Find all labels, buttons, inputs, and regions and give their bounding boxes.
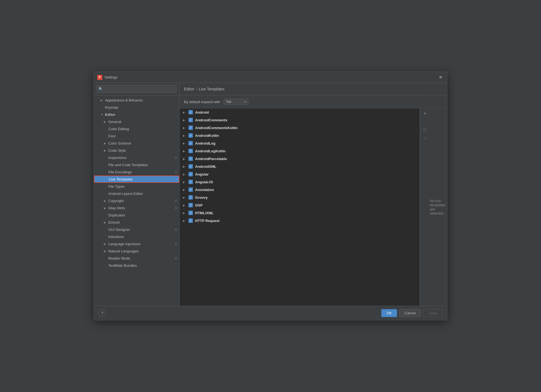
expand-with-dropdown[interactable]: Tab Space Enter [224,99,248,105]
list-item[interactable]: ▶ ✓ GSP [180,201,420,209]
sidebar-item-reader-mode[interactable]: Reader Mode ⊞ [94,255,179,262]
sidebar-item-keymap[interactable]: Keymap [94,104,179,111]
template-checkbox[interactable]: ✓ [188,218,193,223]
sidebar-item-android-layout-editor[interactable]: Android Layout Editor [94,190,179,197]
sidebar-item-file-code-templates[interactable]: File and Code Templates [94,161,179,168]
list-item[interactable]: ▶ ✓ HTML/XML [180,209,420,217]
settings-icon: ⊞ [175,228,177,231]
expand-icon: ▶ [183,142,187,145]
list-item[interactable]: ▶ ✓ AndroidLogKotlin [180,147,420,155]
search-icon: 🔍 [99,87,103,91]
expand-icon: ▶ [183,111,187,114]
template-name: Groovy [195,195,208,200]
list-item[interactable]: ▶ ✓ AndroidComments [180,116,420,124]
list-item[interactable]: ▶ ✓ HTTP Request [180,217,420,224]
list-item[interactable]: ▶ ✓ Groovy [180,194,420,201]
list-item[interactable]: ▶ ✓ Angular [180,170,420,178]
sidebar-item-appearance[interactable]: ▶ Appearance & Behavior [94,96,179,104]
sidebar-item-color-scheme[interactable]: ▶ Color Scheme [94,140,179,147]
expand-icon: ▶ [183,188,187,191]
template-checkbox[interactable]: ✓ [188,110,193,114]
template-checkbox[interactable]: ✓ [188,141,193,145]
template-checkbox[interactable]: ✓ [188,118,193,122]
settings-tree: ▶ Appearance & Behavior Keymap ▼ Editor [94,95,179,306]
expand-icon: ▶ [104,250,107,253]
sidebar-item-editor[interactable]: ▼ Editor [94,111,179,118]
template-checkbox[interactable]: ✓ [188,203,193,207]
list-item[interactable]: ▶ ✓ AndroidXML [180,163,420,170]
list-item[interactable]: ▶ ✓ AndroidLog [180,139,420,147]
cancel-button[interactable]: Cancel [399,309,421,317]
sidebar-item-emmet[interactable]: ▶ Emmet [94,219,179,226]
breadcrumb: Editor › Live Templates [184,87,224,91]
template-actions: + − ↺ [420,108,430,306]
sidebar-item-copyright[interactable]: ▶ Copyright ⊞ [94,197,179,204]
list-item[interactable]: ▶ ✓ AndroidParcelable [180,155,420,163]
sidebar-item-duplicates[interactable]: Duplicates [94,211,179,219]
expand-icon: ▶ [183,211,187,215]
template-name: AndroidXML [195,164,216,169]
settings-icon: ⊞ [175,156,177,160]
help-button[interactable]: ? [98,309,106,317]
template-checkbox[interactable]: ✓ [188,164,193,169]
remove-template-button[interactable]: − [421,118,429,126]
sidebar-item-language-injections[interactable]: ▶ Language Injections ⊞ [94,240,179,247]
settings-sidebar: 🔍 ▶ Appearance & Behavior Keymap [94,83,180,306]
template-name: AngularJS [195,180,213,184]
template-name: AndroidCommentsKotlin [195,126,238,130]
sidebar-item-live-templates[interactable]: Live Templates [94,176,179,183]
expand-icon: ▶ [104,199,107,202]
search-input[interactable] [97,85,177,93]
sidebar-item-inlay-hints[interactable]: ▶ Inlay Hints ⊞ [94,204,179,211]
template-checkbox[interactable]: ✓ [188,211,193,215]
expand-icon: ▶ [183,219,187,222]
sidebar-item-intentions[interactable]: Intentions [94,233,179,240]
expand-with-label: By default expand with [184,100,220,104]
sidebar-item-font[interactable]: Font [94,132,179,140]
sidebar-item-general[interactable]: ▶ General [94,118,179,125]
template-checkbox[interactable]: ✓ [188,187,193,192]
reset-template-button[interactable]: ↺ [421,134,429,142]
list-item[interactable]: ▶ ✓ AndroidKotlin [180,132,420,139]
apply-button[interactable]: Apply [423,309,443,317]
breadcrumb-current: Live Templates [199,87,224,91]
list-item[interactable]: ▶ ✓ AndroidCommentsKotlin [180,124,420,132]
template-name: AndroidKotlin [195,134,219,138]
no-selection-text: No live templates are selected [430,199,447,215]
sidebar-item-code-editing[interactable]: Code Editing [94,125,179,132]
template-checkbox[interactable]: ✓ [188,180,193,184]
sidebar-item-code-style[interactable]: ▶ Code Style [94,147,179,154]
forward-button[interactable]: → [436,86,443,92]
template-checkbox[interactable]: ✓ [188,195,193,200]
list-item[interactable]: ▶ ✓ AngularJS [180,178,420,186]
sidebar-item-file-encodings[interactable]: File Encodings ⊞ [94,168,179,176]
expand-icon: ▶ [101,99,104,102]
sidebar-item-inspections[interactable]: Inspections ⊞ [94,154,179,161]
ok-button[interactable]: OK [381,309,397,317]
sidebar-item-natural-languages[interactable]: ▶ Natural Languages [94,247,179,255]
expand-icon: ▶ [183,150,187,153]
template-checkbox[interactable]: ✓ [188,149,193,153]
copy-template-button[interactable] [421,126,429,134]
add-template-button[interactable]: + [421,109,429,117]
list-item[interactable]: ▶ ✓ Annotation [180,186,420,194]
template-checkbox[interactable]: ✓ [188,126,193,130]
settings-icon: ⊞ [175,199,177,203]
template-name: GSP [195,203,203,207]
sidebar-item-file-types[interactable]: File Types [94,183,179,190]
main-content: Editor › Live Templates ← → By default e… [180,83,447,306]
expand-icon: ▶ [183,126,187,129]
close-button[interactable]: ✕ [437,74,444,81]
expand-icon: ▶ [104,142,107,145]
template-checkbox[interactable]: ✓ [188,172,193,176]
back-button[interactable]: ← [428,86,435,92]
sidebar-item-gui-designer[interactable]: GUI Designer ⊞ [94,226,179,233]
list-item[interactable]: ▶ ✓ Android [180,108,420,116]
expand-icon: ▶ [183,204,187,207]
template-checkbox[interactable]: ✓ [188,133,193,138]
template-checkbox[interactable]: ✓ [188,156,193,161]
expand-icon: ▶ [104,221,107,224]
settings-icon: ⊞ [175,170,177,174]
settings-icon: ⊞ [175,206,177,210]
sidebar-item-textmate-bundles[interactable]: TextMate Bundles [94,262,179,269]
